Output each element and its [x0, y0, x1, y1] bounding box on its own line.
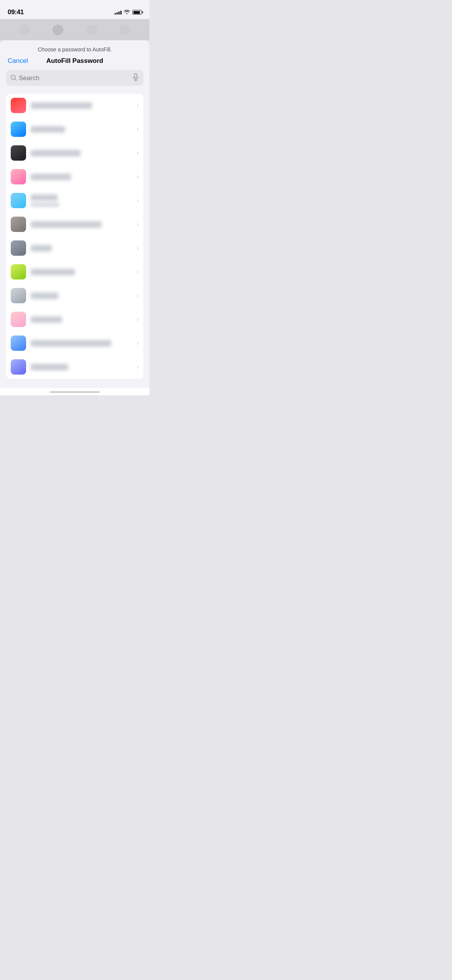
modal-header: Cancel AutoFill Password — [0, 56, 150, 70]
status-icons — [115, 9, 142, 15]
chevron-icon: › — [137, 363, 139, 370]
chevron-icon: › — [137, 102, 139, 109]
list-text-7 — [31, 245, 135, 252]
search-icon — [11, 75, 16, 82]
chevron-icon: › — [137, 316, 139, 323]
list-text-5 — [31, 194, 135, 207]
bg-icon-3 — [86, 25, 97, 35]
app-icon-5 — [11, 193, 26, 208]
list-text-10 — [31, 316, 135, 323]
chevron-icon: › — [137, 268, 139, 275]
list-text-3 — [31, 150, 135, 156]
chevron-icon: › — [137, 292, 139, 299]
list-item[interactable]: › — [6, 212, 143, 236]
app-icon-6 — [11, 217, 26, 232]
app-icon-3 — [11, 145, 26, 161]
app-icon-11 — [11, 335, 26, 351]
chevron-icon: › — [137, 173, 139, 180]
search-bar[interactable] — [6, 70, 143, 86]
app-icon-10 — [11, 312, 26, 327]
list-item[interactable]: › — [6, 141, 143, 165]
status-bar: 09:41 — [0, 0, 150, 19]
list-text-1 — [31, 102, 135, 109]
list-item[interactable]: › — [6, 236, 143, 260]
app-icon-4 — [11, 169, 26, 184]
home-bar — [50, 391, 100, 393]
bg-icon-2 — [53, 25, 63, 35]
svg-rect-1 — [135, 74, 137, 78]
list-text-8 — [31, 269, 135, 275]
bg-icon-4 — [120, 25, 130, 35]
list-item[interactable]: › — [6, 189, 143, 212]
list-text-2 — [31, 126, 135, 133]
list-item[interactable]: › — [6, 307, 143, 331]
svg-point-0 — [11, 75, 15, 79]
list-item[interactable]: › — [6, 94, 143, 117]
microphone-icon[interactable] — [133, 73, 139, 83]
status-time: 09:41 — [8, 8, 24, 16]
list-text-11 — [31, 340, 135, 347]
app-icon-12 — [11, 359, 26, 375]
chevron-icon: › — [137, 221, 139, 228]
app-icon-2 — [11, 122, 26, 137]
password-list: › › › › — [6, 94, 143, 379]
wifi-icon — [124, 9, 130, 15]
modal-hint-text: Choose a password to AutoFill. — [0, 40, 150, 56]
chevron-icon: › — [137, 197, 139, 204]
list-text-12 — [31, 364, 135, 370]
signal-icon — [115, 10, 122, 15]
chevron-icon: › — [137, 150, 139, 156]
app-icon-9 — [11, 288, 26, 303]
list-item[interactable]: › — [6, 355, 143, 379]
chevron-icon: › — [137, 340, 139, 347]
list-item[interactable]: › — [6, 260, 143, 284]
chevron-icon: › — [137, 245, 139, 252]
list-item[interactable]: › — [6, 117, 143, 141]
list-text-4 — [31, 174, 135, 180]
list-text-9 — [31, 293, 135, 299]
battery-icon — [132, 10, 142, 15]
chevron-icon: › — [137, 126, 139, 133]
home-indicator — [0, 388, 150, 395]
autofill-modal: Choose a password to AutoFill. Cancel Au… — [0, 40, 150, 395]
app-icon-8 — [11, 264, 26, 280]
list-item[interactable]: › — [6, 331, 143, 355]
app-icon-1 — [11, 98, 26, 113]
list-text-6 — [31, 221, 135, 228]
app-icon-7 — [11, 240, 26, 256]
list-item[interactable]: › — [6, 165, 143, 189]
modal-title: AutoFill Password — [46, 57, 103, 65]
list-item[interactable]: › — [6, 284, 143, 307]
cancel-button[interactable]: Cancel — [8, 57, 28, 65]
browser-toolbar-bg — [0, 19, 150, 40]
search-container — [0, 70, 150, 90]
bg-icon-1 — [19, 25, 30, 35]
search-input[interactable] — [19, 74, 130, 82]
